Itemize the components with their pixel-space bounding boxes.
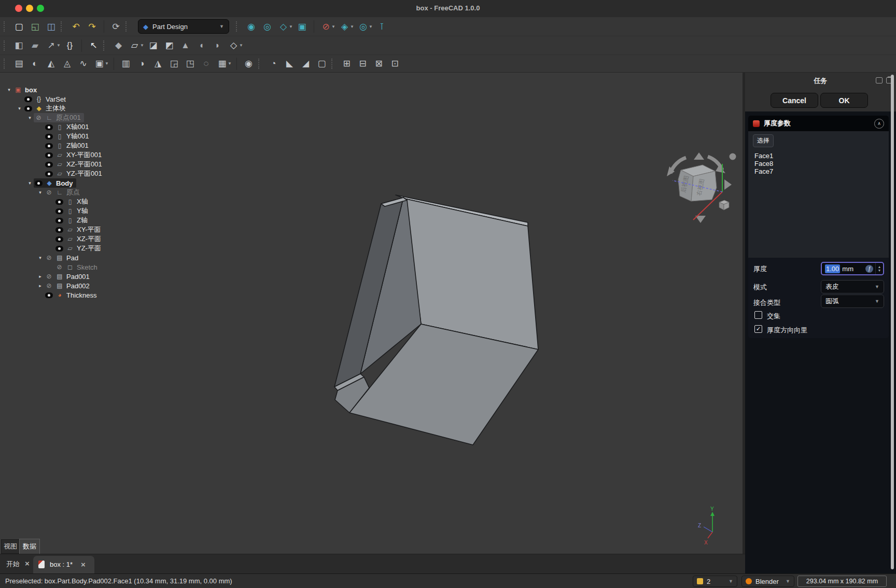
tab-view[interactable]: 视图 (1, 539, 20, 554)
tree-item-xz-plane001[interactable]: ▱XZ-平面001 (1, 160, 105, 169)
create-body-icon[interactable]: ◆ (110, 38, 127, 52)
intersection-checkbox[interactable] (754, 311, 762, 319)
rotate-cw-arrow[interactable] (724, 179, 732, 190)
additive-loft-icon[interactable]: ◭ (43, 57, 59, 71)
tree-expander-icon[interactable]: ▾ (26, 115, 34, 120)
visibility-eye-icon[interactable] (45, 171, 53, 177)
tree-item-xy-plane001[interactable]: ▱XY-平面001 (1, 150, 105, 160)
tree-item-content[interactable]: ▯Z轴001 (44, 141, 92, 150)
tree-item-pad002[interactable]: ▸⊘▤Pad002 (1, 281, 105, 290)
refresh-icon[interactable]: ⟳ (108, 20, 124, 34)
hole-icon[interactable]: ◑ (134, 57, 150, 71)
tree-item-content[interactable]: ▯X轴001 (44, 122, 92, 132)
subtractive-primitive-dropdown-icon[interactable]: ▼ (228, 61, 233, 66)
zoom-fit-all-icon[interactable]: ◉ (243, 20, 259, 34)
tree-item-thickness[interactable]: ◕Thickness (1, 290, 105, 300)
workbench-selector[interactable]: ◆Part Design▼ (138, 19, 229, 34)
visibility-hidden-eye-icon[interactable]: ⊘ (35, 114, 43, 121)
visibility-hidden-eye-icon[interactable]: ⊘ (45, 189, 53, 196)
tree-item-content[interactable]: ⊘▤Pad (44, 253, 81, 262)
mode-dropdown[interactable]: 表皮 ▼ (821, 280, 884, 293)
selection-view-dropdown-icon[interactable]: ▼ (350, 24, 355, 29)
polar-pattern-icon[interactable]: ⊠ (371, 57, 387, 71)
share-export-dropdown-icon[interactable]: ▼ (57, 43, 62, 48)
pocket-icon[interactable]: ▥ (118, 57, 134, 71)
tree-item-content[interactable]: ▯Z轴 (54, 216, 91, 225)
tree-expander-icon[interactable]: ▾ (16, 106, 23, 111)
tilt-up-arrow[interactable] (694, 152, 704, 160)
tree-item-content[interactable]: ⊘∟原点001 (34, 113, 84, 122)
tree-item-content[interactable]: ◕Thickness (44, 290, 100, 300)
join-type-dropdown[interactable]: 圆弧 ▼ (821, 295, 884, 308)
measure-icon[interactable]: ⊺ (374, 20, 390, 34)
toolbar-drag-handle[interactable] (258, 59, 263, 69)
tree-item-content[interactable]: ◆主体块 (23, 104, 69, 113)
zoom-selection-icon[interactable]: ◎ (259, 20, 275, 34)
toolbar-drag-handle[interactable] (236, 21, 241, 32)
visibility-eye-icon[interactable] (24, 96, 32, 102)
tab-document-box[interactable]: box : 1* × (33, 556, 94, 574)
tree-item-content[interactable]: ◆Body (34, 178, 76, 188)
visibility-eye-icon[interactable] (45, 162, 53, 167)
layer-dropdown[interactable]: 2 ▼ (693, 576, 737, 587)
tree-expander-icon[interactable]: ▾ (36, 255, 44, 260)
tree-item-content[interactable]: ⊘◻Sketch (54, 262, 101, 272)
additive-sweep-icon[interactable]: ◬ (59, 57, 75, 71)
sync-view-icon[interactable]: ▣ (294, 20, 310, 34)
tree-item-document-box[interactable]: ▾▣box (1, 85, 105, 94)
shape-binder-icon[interactable]: ◖ (193, 38, 209, 52)
save-file-icon[interactable]: ◫ (43, 20, 59, 34)
new-file-icon[interactable]: ▢ (11, 20, 27, 34)
visibility-eye-icon[interactable] (55, 199, 63, 205)
tree-item-origin001[interactable]: ▾⊘∟原点001 (1, 113, 105, 122)
visibility-eye-icon[interactable] (45, 124, 53, 130)
close-document-tab-icon[interactable]: × (81, 560, 86, 569)
visibility-eye-icon[interactable] (45, 143, 53, 149)
tree-item-content[interactable]: ▱YZ-平面001 (44, 169, 105, 178)
map-sketch-icon[interactable]: ◩ (161, 38, 177, 52)
visibility-eye-icon[interactable] (45, 134, 53, 139)
tree-item-content[interactable]: ▯Y轴 (54, 206, 91, 216)
varset-tool-icon[interactable]: {} (62, 38, 78, 52)
visibility-eye-icon[interactable] (55, 208, 63, 214)
redo-icon[interactable]: ↷ (84, 20, 100, 34)
model-thickness-preview[interactable] (0, 73, 743, 554)
toolbar-drag-handle[interactable] (4, 59, 8, 69)
subtractive-helix-icon[interactable]: ◌ (198, 57, 214, 71)
mirrored-icon[interactable]: ⊟ (355, 57, 371, 71)
tree-item-content[interactable]: ▱XZ-平面001 (44, 160, 105, 169)
toolbar-drag-handle[interactable] (103, 40, 108, 51)
toolbar-drag-handle[interactable] (125, 21, 130, 32)
face-list-item[interactable]: Face1 (754, 152, 773, 160)
additive-primitive-dropdown-icon[interactable]: ▼ (105, 61, 110, 66)
create-datum-dropdown-icon[interactable]: ▼ (239, 43, 244, 48)
tree-item-content[interactable]: ▱XZ-平面 (54, 234, 104, 244)
toolbar-drag-handle[interactable] (4, 21, 8, 32)
subtractive-sweep-icon[interactable]: ◳ (182, 57, 198, 71)
tree-item-part-zhutikuai[interactable]: ▾◆主体块 (1, 104, 105, 113)
boolean-operation-icon[interactable]: ◉ (241, 57, 257, 71)
tree-item-content[interactable]: ▱YZ-平面 (54, 244, 104, 253)
create-sketch-dropdown-icon[interactable]: ▼ (140, 43, 145, 48)
tree-item-content[interactable]: ⊘∟原点 (44, 188, 83, 197)
navigation-cube[interactable]: 后视图 右视图 (665, 150, 743, 239)
visibility-eye-icon[interactable] (24, 106, 32, 111)
tree-item-content[interactable]: ⊘▤Pad001 (44, 272, 93, 281)
toolbar-drag-handle[interactable] (4, 40, 8, 51)
open-file-icon[interactable]: ◱ (27, 20, 43, 34)
tree-expander-icon[interactable]: ▾ (5, 87, 13, 92)
face-list-item[interactable]: Face7 (754, 167, 773, 175)
navigation-style-dropdown[interactable]: Blender ▼ (741, 576, 794, 587)
zoom-tools-dropdown-icon[interactable]: ▼ (369, 24, 374, 29)
tree-item-y-axis001[interactable]: ▯Y轴001 (1, 132, 105, 141)
visibility-eye-icon[interactable] (45, 152, 53, 158)
tree-item-xy-plane[interactable]: ▱XY-平面 (1, 225, 105, 234)
multi-transform-icon[interactable]: ⊡ (387, 57, 403, 71)
visibility-hidden-eye-icon[interactable]: ⊘ (45, 273, 53, 280)
tree-item-yz-plane[interactable]: ▱YZ-平面 (1, 244, 105, 253)
tree-item-z-axis[interactable]: ▯Z轴 (1, 216, 105, 225)
tree-item-pad[interactable]: ▾⊘▤Pad (1, 253, 105, 262)
visibility-hidden-eye-icon[interactable]: ⊘ (45, 282, 53, 289)
tree-item-x-axis[interactable]: ▯X轴 (1, 197, 105, 206)
draft-icon[interactable]: ◢ (298, 57, 314, 71)
